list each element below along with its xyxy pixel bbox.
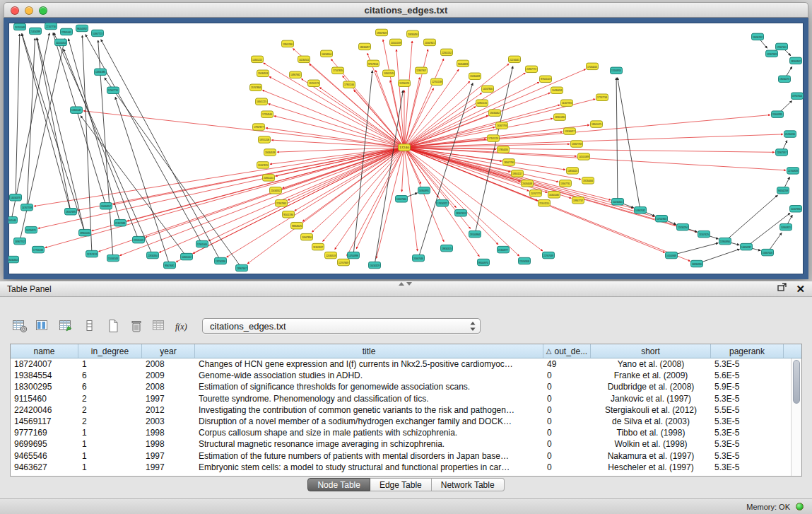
cell-in_degree[interactable]: 2 [78, 404, 142, 416]
cell-title[interactable]: Estimation of the future numbers of pati… [195, 450, 543, 462]
cell-in_degree[interactable]: 2 [78, 416, 142, 427]
cell-pagerank[interactable]: 5.3E-5 [711, 438, 784, 450]
cell-name[interactable]: 18300295 [11, 381, 78, 392]
table-row[interactable]: 1872400712008Changes of HCN gene express… [11, 358, 791, 370]
network-canvas[interactable]: 1724014301222150345531576788416501215172… [4, 18, 808, 279]
cell-in_degree[interactable]: 6 [78, 370, 142, 381]
minimize-window-button[interactable] [25, 6, 33, 15]
cell-title[interactable]: Corpus callosum shape and size in male p… [195, 427, 543, 438]
column-header-name[interactable]: name [11, 344, 78, 358]
cell-title[interactable]: Estimation of significance thresholds fo… [195, 381, 543, 392]
cell-pagerank[interactable]: 5.9E-5 [711, 381, 784, 392]
cell-pagerank[interactable]: 5.3E-5 [711, 450, 784, 462]
cell-out_degree[interactable]: 0 [543, 381, 591, 392]
cell-out_degree[interactable]: 0 [543, 438, 591, 450]
cell-title[interactable]: Tourette syndrome. Phenomenology and cla… [195, 393, 543, 404]
cell-out_degree[interactable]: 0 [543, 370, 591, 381]
table-scrollbar[interactable] [791, 358, 801, 476]
cell-year[interactable]: 2008 [142, 381, 195, 392]
table-source-dropdown[interactable]: citations_edges.txt [202, 318, 481, 334]
cell-in_degree[interactable]: 2 [78, 393, 142, 404]
cell-name[interactable]: 14569117 [11, 416, 78, 427]
cell-out_degree[interactable]: 49 [543, 358, 591, 370]
cell-year[interactable]: 1997 [142, 462, 195, 473]
cell-title[interactable]: Embryonic stem cells: a model to study s… [195, 462, 543, 473]
zoom-window-button[interactable] [39, 6, 47, 15]
table-row[interactable]: 977716911998Corpus callosum shape and si… [11, 427, 791, 438]
column-header-year[interactable]: year [142, 344, 195, 358]
cell-short[interactable]: Dudbridge et al. (2008) [591, 381, 711, 392]
cell-out_degree[interactable]: 0 [543, 450, 591, 462]
table-row[interactable]: 1830029562008Estimation of significance … [11, 381, 791, 392]
cell-out_degree[interactable]: 0 [543, 393, 591, 404]
cell-year[interactable]: 2009 [142, 370, 195, 381]
panel-splitter-grip[interactable] [398, 282, 412, 287]
cell-year[interactable]: 1998 [142, 438, 195, 450]
cell-short[interactable]: Wolkin et al. (1998) [591, 438, 711, 450]
cell-title[interactable]: Changes of HCN gene expression and I(f) … [195, 358, 543, 370]
float-panel-icon[interactable] [777, 282, 787, 296]
cell-year[interactable]: 2012 [142, 404, 195, 416]
cell-pagerank[interactable]: 5.3E-5 [711, 393, 784, 404]
cell-short[interactable]: de Silva et al. (2003) [591, 416, 711, 427]
cell-name[interactable]: 9777169 [11, 427, 78, 438]
cell-out_degree[interactable]: 0 [543, 416, 591, 427]
cell-in_degree[interactable]: 1 [78, 438, 142, 450]
cell-out_degree[interactable]: 0 [543, 462, 591, 473]
cell-name[interactable]: 9465546 [11, 450, 78, 462]
citation-network-graph[interactable]: 1724014301222150345531576788416501215172… [8, 23, 804, 274]
cell-title[interactable]: Genome-wide association studies in ADHD. [195, 370, 543, 381]
table-row[interactable]: 1938455462009Genome-wide association stu… [11, 370, 791, 381]
table-row[interactable]: 1456911722003Disruption of a novel membe… [11, 416, 791, 427]
tab-node-table[interactable]: Node Table [307, 478, 370, 491]
cell-in_degree[interactable]: 1 [78, 450, 142, 462]
cell-short[interactable]: Tibbo et al. (1998) [591, 427, 711, 438]
column-header-in_degree[interactable]: in_degree [78, 344, 142, 358]
row-selector-button[interactable] [80, 317, 100, 336]
close-window-button[interactable] [11, 6, 19, 15]
cell-name[interactable]: 9463627 [11, 462, 78, 473]
cell-name[interactable]: 9115460 [11, 393, 78, 404]
table-row[interactable]: 969969511998Structural magnetic resonanc… [11, 438, 791, 450]
column-header-pagerank[interactable]: pagerank [711, 344, 784, 358]
table-settings-button[interactable] [10, 317, 30, 336]
cell-in_degree[interactable]: 1 [78, 462, 142, 473]
cell-year[interactable]: 1997 [142, 393, 195, 404]
cell-pagerank[interactable]: 5.6E-5 [711, 370, 784, 381]
cell-short[interactable]: Stergiakouli et al. (2012) [591, 404, 711, 416]
scrollbar-thumb[interactable] [793, 360, 800, 404]
cell-in_degree[interactable]: 1 [78, 358, 142, 370]
cell-title[interactable]: Disruption of a novel member of a sodium… [195, 416, 543, 427]
close-panel-icon[interactable]: ✕ [796, 284, 805, 294]
import-table-button[interactable] [150, 317, 170, 336]
cell-pagerank[interactable]: 5.3E-5 [711, 427, 784, 438]
cell-pagerank[interactable]: 5.3E-5 [711, 358, 784, 370]
cell-short[interactable]: Hescheler et al. (1997) [591, 462, 711, 473]
cell-year[interactable]: 1998 [142, 427, 195, 438]
cell-short[interactable]: Nakamura et al. (1997) [591, 450, 711, 462]
table-row[interactable]: 911546021997Tourette syndrome. Phenomeno… [11, 393, 791, 404]
tab-edge-table[interactable]: Edge Table [370, 478, 432, 491]
cell-year[interactable]: 2008 [142, 358, 195, 370]
cell-title[interactable]: Investigating the contribution of common… [195, 404, 543, 416]
cell-pagerank[interactable]: 5.3E-5 [711, 416, 784, 427]
cell-year[interactable]: 1997 [142, 450, 195, 462]
cell-pagerank[interactable]: 5.5E-5 [711, 404, 784, 416]
column-header-out_degree[interactable]: △out_de... [543, 344, 591, 358]
cell-name[interactable]: 22420046 [11, 404, 78, 416]
table-row[interactable]: 2242004622012Investigating the contribut… [11, 404, 791, 416]
cell-out_degree[interactable]: 0 [543, 404, 591, 416]
cell-name[interactable]: 9699695 [11, 438, 78, 450]
column-header-title[interactable]: title [195, 344, 543, 358]
cell-short[interactable]: Jankovic et al. (1997) [591, 393, 711, 404]
table-row[interactable]: 946554611997Estimation of the future num… [11, 450, 791, 462]
edit-table-button[interactable] [57, 317, 76, 336]
table-row[interactable]: 946362711997Embryonic stem cells: a mode… [11, 462, 791, 473]
cell-short[interactable]: Franke et al. (2009) [591, 370, 711, 381]
cell-in_degree[interactable]: 6 [78, 381, 142, 392]
cell-name[interactable]: 18724007 [11, 358, 78, 370]
delete-button[interactable] [126, 317, 146, 336]
cell-in_degree[interactable]: 1 [78, 427, 142, 438]
cell-name[interactable]: 19384554 [11, 370, 78, 381]
window-titlebar[interactable]: citations_edges.txt [4, 2, 808, 18]
